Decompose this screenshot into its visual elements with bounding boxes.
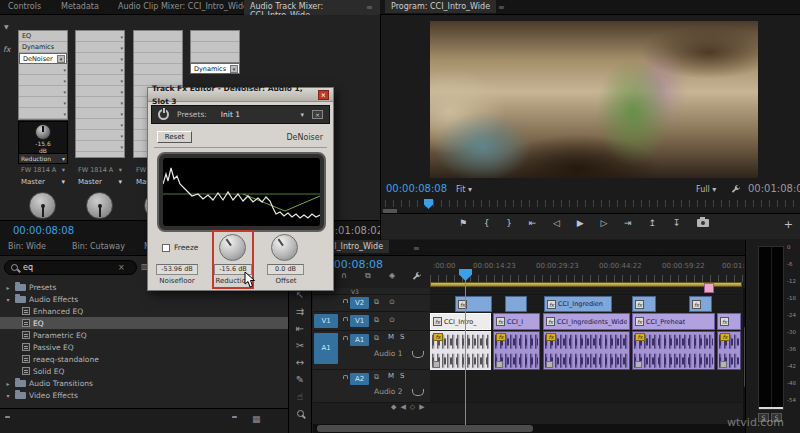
input-select[interactable]: FW 1814 A▾	[75, 166, 125, 174]
sync-lock-icon[interactable]: ⧉	[374, 316, 379, 324]
tree-item-passive-eq[interactable]: Passive EQ	[0, 341, 288, 353]
panel-menu-icon[interactable]: ≡	[413, 244, 420, 253]
effect-slot-denoiser[interactable]: DeNoiser▾	[19, 53, 67, 64]
tree-item-parametric-eq[interactable]: Parametric EQ	[0, 329, 288, 341]
zoom-level-select[interactable]: Fit ▾	[456, 185, 472, 194]
effect-slot-dynamics[interactable]: Dynamics	[19, 42, 67, 53]
add-keyframe-icon[interactable]: ◆	[391, 403, 396, 411]
v1-clip[interactable]: fxCCI_I	[493, 313, 540, 330]
time-ruler[interactable]: :00:00 00:00:14:23 00:00:29:23 00:00:44:…	[430, 256, 745, 282]
razor-tool[interactable]: ✂	[296, 337, 304, 354]
linked-selection-icon[interactable]: ⧉	[365, 271, 371, 281]
add-marker-icon[interactable]: ◈	[389, 271, 395, 280]
search-input[interactable]	[23, 263, 113, 272]
tab-program[interactable]: Program: CCI_Intro_Wide	[385, 0, 496, 13]
track-select-tool[interactable]: ⇉	[296, 303, 304, 320]
tab-bin-cutaway[interactable]: Bin: Cutaway	[66, 240, 131, 253]
add-marker-icon[interactable]: ⚑	[459, 218, 467, 228]
solo-button[interactable]: S	[400, 333, 404, 341]
timeline-hscrollbar[interactable]	[313, 424, 745, 433]
pan-knob[interactable]	[29, 192, 56, 219]
tree-item-enhanced-eq[interactable]: Enhanced EQ	[0, 305, 288, 317]
track-header-v2[interactable]: V2 ⧉ ⊙	[313, 295, 430, 312]
track-name-audio1[interactable]: Audio 1	[374, 349, 402, 358]
slot-dropdown-icon[interactable]: ▾	[57, 55, 65, 63]
audio-meter[interactable]	[758, 246, 784, 410]
settings-wrench-icon[interactable]	[730, 184, 741, 195]
twirl-icon[interactable]: ▾	[4, 296, 12, 303]
snap-icon[interactable]: ∩	[341, 271, 347, 280]
go-to-in-icon[interactable]: ⇤	[529, 218, 537, 228]
track-content-a2[interactable]	[430, 370, 742, 403]
program-playhead[interactable]	[424, 199, 433, 209]
tree-item-eq[interactable]: EQ	[0, 317, 288, 329]
offset-knob[interactable]	[271, 234, 298, 261]
mixer-current-timecode[interactable]: 00:00:08:08	[13, 225, 74, 236]
extract-icon[interactable]: ↧	[673, 218, 681, 228]
v1-clip-selected[interactable]: fxCCI_Intro_	[430, 313, 491, 330]
effect-rack[interactable]: ▾ ▾ ▾ ▾ ▾ ▾ ▾ ▾ ▾ ▾ ▾	[75, 30, 125, 158]
step-back-icon[interactable]: ◁	[553, 218, 560, 228]
a1-clip[interactable]: fx	[543, 331, 630, 370]
track-fx-editor-dialog[interactable]: Track Fx Editor - DeNoiser: Audio 1, Slo…	[147, 87, 334, 291]
export-frame-icon[interactable]	[697, 219, 709, 227]
track-target-v1[interactable]: V1	[350, 315, 369, 327]
v1-clip[interactable]: fxCCI_Ingredients_Wide.mp4	[543, 313, 630, 330]
v1-clip[interactable]: fxCCI_Preheat	[632, 313, 715, 330]
pen-tool[interactable]: ✎	[296, 371, 304, 388]
slot-dropdown-icon[interactable]: ▾	[230, 65, 238, 73]
track-header-v1[interactable]: V1 V1 ⧉ ⊙	[313, 312, 430, 331]
step-forward-icon[interactable]: ▷	[600, 218, 607, 228]
track-visibility-eye-icon[interactable]: ⊙	[389, 298, 395, 306]
mark-in-icon[interactable]: {	[484, 218, 490, 228]
mixer-twirl-icon[interactable]: ▼	[4, 23, 9, 30]
track-visibility-eye-icon[interactable]: ⊙	[389, 316, 395, 324]
timeline-settings-wrench-icon[interactable]	[411, 271, 422, 282]
offset-value[interactable]: 0.0 dB	[267, 264, 304, 275]
tree-item-video-effects[interactable]: ▾Video Effects	[0, 389, 288, 401]
tree-item-reaeq-standalone[interactable]: reaeq-standalone	[0, 353, 288, 365]
track-header-a1[interactable]: A1 A1 ⧉ M S Audio 1	[313, 331, 430, 370]
tab-metadata[interactable]: Metadata	[55, 0, 105, 13]
keyframe-icon[interactable]: ◇	[410, 403, 415, 411]
freeze-checkbox[interactable]: Freeze	[162, 243, 198, 252]
tab-controls[interactable]: Controls	[2, 0, 47, 13]
a1-clip[interactable]: fx	[493, 331, 540, 370]
effects-search-box[interactable]: ×	[4, 260, 137, 275]
hand-tool[interactable]: ☝	[297, 388, 303, 405]
v2-clip[interactable]	[505, 296, 527, 312]
reduction-mini-knob[interactable]	[35, 124, 51, 140]
input-select[interactable]: FW 1814 A▾	[18, 166, 68, 174]
twirl-icon[interactable]: ▸	[4, 380, 12, 387]
clear-search-icon[interactable]: ×	[118, 263, 125, 272]
tab-bin-wide[interactable]: Bin: Wide	[2, 240, 52, 253]
program-time-ruler[interactable]	[385, 200, 797, 207]
output-bus-select[interactable]: Master▾	[18, 178, 68, 186]
source-patch-v1[interactable]: V1	[314, 314, 338, 328]
close-icon[interactable]: ×	[318, 90, 329, 100]
sequence-marker[interactable]	[704, 283, 714, 293]
zoom-tool[interactable]	[297, 410, 304, 417]
a1-clip[interactable]: fx	[632, 331, 715, 370]
pan-knob[interactable]	[86, 192, 113, 219]
preset-dropdown-icon[interactable]: ▾	[300, 111, 304, 119]
v2-clip[interactable]: fx	[689, 296, 712, 312]
prev-keyframe-icon[interactable]: ◀	[400, 403, 405, 411]
track-content-v3[interactable]	[430, 288, 742, 295]
effect-slot-eq[interactable]: EQ	[19, 31, 67, 42]
panel-menu-icon[interactable]: ≡	[498, 3, 505, 12]
track-target-a2[interactable]: A2	[350, 373, 369, 385]
next-keyframe-icon[interactable]: ▶	[419, 403, 424, 411]
track-target-a1[interactable]: A1	[350, 334, 369, 346]
output-bus-select[interactable]: Master▾	[75, 178, 125, 186]
v1-clip[interactable]: fx	[717, 313, 741, 330]
delete-icon[interactable]: ▦	[252, 414, 261, 424]
track-target-v2[interactable]: V2	[350, 297, 369, 309]
effect-power-icon[interactable]	[158, 109, 169, 120]
play-icon[interactable]: ▶	[577, 218, 584, 228]
reset-button[interactable]: Reset	[157, 131, 192, 143]
checkbox-box[interactable]	[162, 244, 170, 252]
tree-item-solid-eq[interactable]: Solid EQ	[0, 365, 288, 377]
track-name-audio2[interactable]: Audio 2	[374, 387, 402, 396]
playback-resolution-select[interactable]: Full ▾	[696, 185, 716, 194]
